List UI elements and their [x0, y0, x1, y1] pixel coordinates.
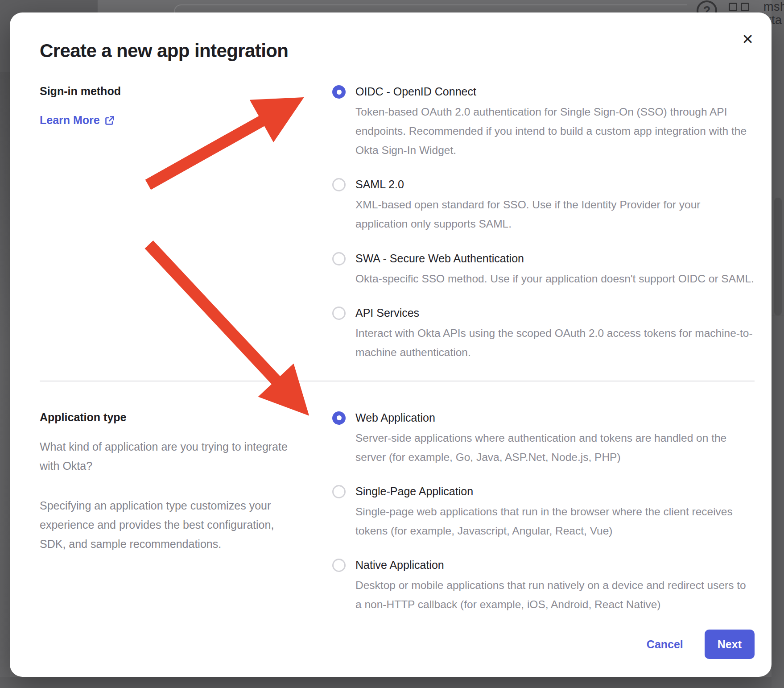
- option-description: Interact with Okta APIs using the scoped…: [355, 323, 755, 362]
- option-description: Okta-specific SSO method. Use if your ap…: [355, 269, 754, 288]
- radio-single-page-application[interactable]: [332, 485, 346, 498]
- radio-native-application[interactable]: [332, 559, 346, 572]
- option-label[interactable]: Native Application: [355, 558, 755, 572]
- dialog-footer: Cancel Next: [647, 630, 755, 659]
- signin-method-label: Sign-in method: [40, 85, 307, 98]
- learn-more-link[interactable]: Learn More: [40, 114, 115, 127]
- radio-oidc[interactable]: [332, 85, 346, 99]
- radio-api-services[interactable]: [332, 307, 346, 320]
- radio-option-swa: SWA - Secure Web Authentication Okta-spe…: [332, 252, 755, 288]
- radio-option-native-application: Native Application Desktop or mobile app…: [332, 558, 755, 614]
- scrollbar-divider: [772, 198, 784, 198]
- radio-saml[interactable]: [332, 178, 346, 191]
- section-divider: [40, 381, 755, 381]
- account-text-fragment: msh: [763, 0, 784, 14]
- radio-swa[interactable]: [332, 252, 346, 265]
- scrollbar-divider: [772, 315, 784, 316]
- option-label[interactable]: SAML 2.0: [355, 178, 755, 191]
- option-label[interactable]: OIDC - OpenID Connect: [355, 85, 755, 98]
- application-type-label: Application type: [40, 411, 307, 424]
- option-description: XML-based open standard for SSO. Use if …: [355, 195, 755, 233]
- radio-option-saml: SAML 2.0 XML-based open standard for SSO…: [332, 178, 755, 233]
- option-label[interactable]: Web Application: [355, 411, 755, 424]
- close-icon[interactable]: ✕: [742, 32, 754, 46]
- application-type-section: Application type What kind of applicatio…: [30, 411, 755, 614]
- background-right-edge: [772, 0, 784, 688]
- cancel-button[interactable]: Cancel: [647, 638, 683, 651]
- external-link-icon: [104, 115, 115, 126]
- radio-option-api-services: API Services Interact with Okta APIs usi…: [332, 306, 755, 362]
- next-button[interactable]: Next: [705, 630, 755, 659]
- application-type-intro: What kind of application are you trying …: [40, 437, 289, 476]
- option-description: Token-based OAuth 2.0 authentication for…: [355, 102, 755, 160]
- radio-option-single-page-application: Single-Page Application Single-page web …: [332, 485, 755, 540]
- option-label[interactable]: Single-Page Application: [355, 485, 755, 498]
- option-description: Server-side applications where authentic…: [355, 428, 755, 467]
- learn-more-label: Learn More: [40, 114, 100, 127]
- option-description: Desktop or mobile applications that run …: [355, 576, 755, 614]
- radio-option-oidc: OIDC - OpenID Connect Token-based OAuth …: [332, 85, 755, 160]
- apps-grid-icon: [729, 3, 749, 11]
- option-label[interactable]: API Services: [355, 306, 755, 319]
- background-bottom-edge: [0, 677, 784, 688]
- option-label[interactable]: SWA - Secure Web Authentication: [355, 252, 754, 265]
- scrollbar-thumb[interactable]: [774, 198, 782, 315]
- option-description: Single-page web applications that run in…: [355, 502, 755, 540]
- radio-web-application[interactable]: [332, 411, 346, 425]
- signin-method-section: Sign-in method Learn More OIDC - OpenID …: [30, 85, 755, 362]
- application-type-note: Specifying an application type customize…: [40, 496, 289, 554]
- radio-option-web-application: Web Application Server-side applications…: [332, 411, 755, 467]
- background-left-edge: [0, 72, 10, 688]
- create-app-integration-dialog: ✕ Create a new app integration Sign-in m…: [10, 12, 772, 677]
- dialog-title: Create a new app integration: [40, 40, 755, 62]
